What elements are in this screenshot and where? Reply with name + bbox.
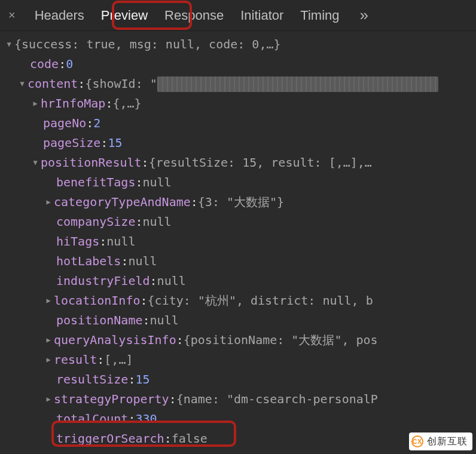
tree-root[interactable]: ▼ {success: true, msg: null, code: 0,…} — [4, 35, 474, 54]
value-number: 0 — [66, 54, 73, 74]
tab-headers[interactable]: Headers — [35, 8, 84, 23]
toggle-icon[interactable]: ▼ — [30, 153, 41, 173]
value-boolean: false — [172, 429, 208, 449]
prop-code[interactable]: code: 0 — [4, 54, 474, 74]
toggle-icon[interactable]: ▶ — [43, 350, 54, 370]
tab-response[interactable]: Response — [164, 8, 224, 23]
prop-hitags[interactable]: hiTags: null — [4, 232, 474, 251]
key-label: totalCount — [56, 409, 128, 429]
prop-industryfield[interactable]: industryField: null — [4, 271, 474, 291]
key-label: hiTags — [56, 232, 99, 251]
prop-pageno[interactable]: pageNo: 2 — [4, 114, 474, 133]
preview-text: {showId: " — [85, 74, 157, 94]
prop-benefittags[interactable]: benefitTags: null — [4, 173, 474, 192]
key-label: strategyProperty — [54, 389, 169, 409]
watermark-logo-icon: CX — [411, 435, 423, 447]
key-label: categoryTypeAndName — [54, 192, 191, 212]
root-preview-text: {success: true, msg: null, code: 0,…} — [14, 35, 281, 54]
preview-text: {resultSize: 15, result: [,…],… — [149, 153, 372, 173]
toggle-icon[interactable]: ▼ — [4, 35, 14, 54]
value-number: 15 — [108, 133, 122, 153]
key-label: positionName — [56, 311, 143, 330]
toggle-icon[interactable]: ▶ — [43, 330, 54, 350]
key-label: pageSize — [43, 133, 100, 153]
json-preview-tree: ▼ {success: true, msg: null, code: 0,…} … — [0, 31, 476, 449]
prop-pagesize[interactable]: pageSize: 15 — [4, 133, 474, 153]
value-number: 2 — [93, 114, 100, 133]
prop-content[interactable]: ▼ content: {showId: " — [4, 74, 474, 94]
value-null: null — [128, 251, 157, 271]
watermark-badge: CX 创新互联 — [409, 432, 472, 450]
key-label: code — [30, 54, 59, 74]
prop-companysize[interactable]: companySize: null — [4, 212, 474, 232]
key-label: benefitTags — [56, 173, 135, 192]
prop-strategyproperty[interactable]: ▶ strategyProperty: {name: "dm-csearch-p… — [4, 389, 474, 409]
key-label: queryAnalysisInfo — [54, 330, 176, 350]
prop-hrinfomap[interactable]: ▶ hrInfoMap: {,…} — [4, 94, 474, 114]
tab-initiator[interactable]: Initiator — [240, 8, 283, 23]
tab-preview[interactable]: Preview — [101, 8, 148, 23]
key-label: hotLabels — [56, 251, 121, 271]
key-label: triggerOrSearch — [56, 429, 164, 449]
toggle-icon[interactable]: ▶ — [43, 389, 54, 409]
value-number: 15 — [135, 370, 149, 389]
key-label: content — [28, 74, 78, 94]
key-label: pageNo — [43, 114, 86, 133]
preview-text: [,…] — [104, 350, 133, 370]
prop-result[interactable]: ▶ result: [,…] — [4, 350, 474, 370]
prop-queryanalysisinfo[interactable]: ▶ queryAnalysisInfo: {positionName: "大数据… — [4, 330, 474, 350]
key-label: locationInfo — [54, 291, 141, 311]
value-null: null — [143, 173, 172, 192]
toggle-icon[interactable]: ▶ — [43, 291, 54, 311]
toggle-icon[interactable]: ▼ — [17, 74, 28, 94]
value-null: null — [157, 271, 186, 291]
preview-text: {name: "dm-csearch-personalP — [176, 389, 378, 409]
key-label: companySize — [56, 212, 135, 232]
value-null: null — [150, 311, 179, 330]
toggle-icon[interactable]: ▶ — [43, 192, 54, 212]
key-label: industryField — [56, 271, 150, 291]
value-null: null — [143, 212, 172, 232]
prop-resultsize[interactable]: resultSize: 15 — [4, 370, 474, 389]
watermark-text: 创新互联 — [427, 435, 468, 448]
preview-text: {positionName: "大数据", pos — [184, 330, 378, 350]
tab-timing[interactable]: Timing — [300, 8, 339, 23]
value-number: 330 — [135, 409, 157, 429]
prop-categorytypeandname[interactable]: ▶ categoryTypeAndName: {3: "大数据"} — [4, 192, 474, 212]
redacted-value — [157, 76, 438, 92]
close-icon[interactable]: × — [6, 8, 18, 22]
prop-positionname[interactable]: positionName: null — [4, 311, 474, 330]
key-label: positionResult — [41, 153, 142, 173]
prop-positionresult[interactable]: ▼ positionResult: {resultSize: 15, resul… — [4, 153, 474, 173]
prop-hotlabels[interactable]: hotLabels: null — [4, 251, 474, 271]
prop-locationinfo[interactable]: ▶ locationInfo: {city: "杭州", district: n… — [4, 291, 474, 311]
overflow-icon[interactable]: » — [356, 6, 372, 24]
key-label: hrInfoMap — [41, 94, 105, 114]
prop-triggerorsearch[interactable]: triggerOrSearch: false — [4, 429, 474, 449]
preview-text: {,…} — [112, 94, 141, 114]
key-label: resultSize — [56, 370, 128, 389]
prop-totalcount[interactable]: totalCount: 330 — [4, 409, 474, 429]
devtools-tabbar: × Headers Preview Response Initiator Tim… — [0, 0, 476, 31]
preview-text: {city: "杭州", district: null, b — [148, 291, 373, 311]
value-null: null — [106, 232, 135, 251]
toggle-icon[interactable]: ▶ — [30, 94, 41, 114]
preview-text: {3: "大数据"} — [198, 192, 284, 212]
key-label: result — [54, 350, 97, 370]
